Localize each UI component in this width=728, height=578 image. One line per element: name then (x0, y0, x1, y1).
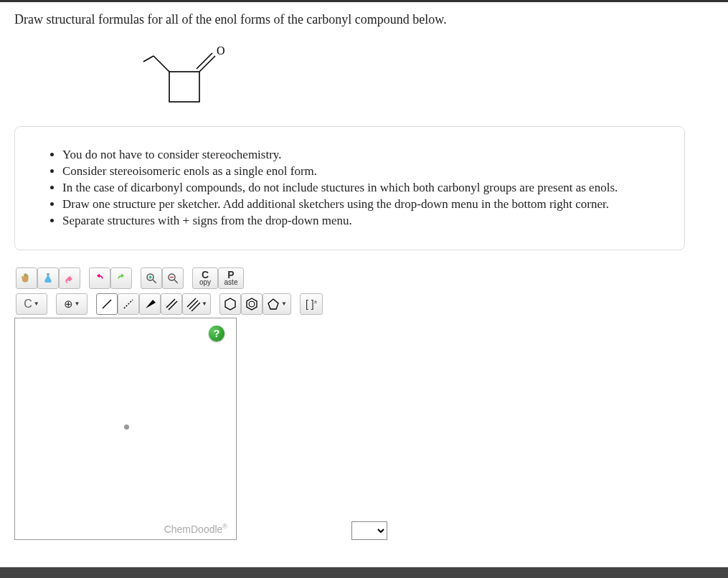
instructions-list: You do not have to consider stereochemis… (57, 147, 656, 229)
toolbar-row-1: C opy P aste (14, 266, 714, 290)
redo-tool[interactable] (110, 267, 132, 289)
help-icon: ? (214, 328, 220, 339)
instructions-box: You do not have to consider stereochemis… (14, 126, 685, 250)
svg-marker-15 (146, 300, 156, 308)
sketcher-bottom-row: ? ChemDoodle® (14, 316, 714, 540)
svg-line-4 (143, 56, 153, 62)
zoom-in-icon (145, 272, 158, 285)
svg-line-17 (169, 301, 177, 310)
canvas-origin-dot (124, 425, 129, 430)
eraser-icon (63, 273, 76, 284)
question-text: Draw structural formulas for all of the … (14, 12, 714, 27)
chevron-down-icon: ▼ (202, 300, 207, 307)
double-bond-tool[interactable] (161, 293, 182, 315)
copy-label-small: opy (199, 279, 211, 285)
recessed-bond-tool[interactable] (118, 293, 139, 315)
clear-tool[interactable] (37, 267, 59, 289)
chevron-down-icon: ▼ (281, 300, 287, 307)
dashed-bond-icon (121, 297, 136, 311)
svg-rect-5 (47, 273, 49, 274)
flask-icon (42, 272, 54, 285)
svg-line-20 (192, 303, 200, 311)
instruction-item: Draw one structure per sketcher. Add add… (62, 196, 656, 213)
charge-label: ⊕ (64, 298, 73, 311)
zoom-out-icon (166, 272, 179, 285)
pan-tool[interactable] (16, 267, 37, 289)
hexagon-icon (223, 297, 237, 311)
svg-line-11 (174, 280, 178, 283)
sketcher-widget: C opy P aste C ▼ ⊕ ▼ (14, 266, 714, 540)
instruction-item: Consider stereoisomeric enols as a singl… (62, 164, 656, 180)
svg-line-16 (166, 299, 175, 308)
benzene-tool[interactable] (241, 293, 263, 315)
question-content: Draw structural formulas for all of the … (0, 2, 728, 554)
element-picker[interactable]: C ▼ (16, 293, 47, 315)
undo-tool[interactable] (89, 267, 110, 289)
cyclohexane-tool[interactable] (219, 293, 241, 315)
zoom-in-tool[interactable] (141, 267, 162, 289)
double-bond-icon (164, 297, 179, 311)
ring-picker[interactable]: ▼ (263, 293, 291, 315)
svg-marker-22 (247, 298, 257, 310)
chemdoodle-brand: ChemDoodle® (164, 523, 227, 535)
add-sketcher-dropdown[interactable] (351, 521, 387, 540)
wedge-bond-icon (143, 297, 157, 311)
svg-line-14 (124, 300, 133, 308)
svg-rect-0 (169, 72, 199, 102)
single-bond-tool[interactable] (96, 293, 118, 315)
triple-bond-tool[interactable]: ▼ (182, 293, 211, 315)
svg-line-19 (189, 300, 198, 309)
oxygen-label: O (217, 44, 225, 57)
bracket-icon: [ ]± (306, 298, 317, 310)
redo-icon (115, 273, 128, 283)
pentagon-icon (267, 298, 280, 311)
molecule-structure: O (136, 39, 237, 110)
copy-tool[interactable]: C opy (192, 267, 218, 289)
svg-marker-24 (268, 299, 278, 309)
chevron-down-icon: ▼ (75, 300, 80, 307)
window-footer (0, 567, 728, 578)
charge-picker[interactable]: ⊕ ▼ (56, 293, 88, 315)
wedge-bond-tool[interactable] (139, 293, 161, 315)
instruction-item: In the case of dicarbonyl compounds, do … (62, 180, 656, 196)
help-button[interactable]: ? (209, 326, 224, 341)
erase-tool[interactable] (59, 267, 80, 289)
undo-icon (93, 273, 106, 283)
benzene-icon (245, 297, 259, 311)
svg-line-18 (187, 298, 196, 307)
chevron-down-icon: ▼ (34, 300, 39, 307)
bracket-tool[interactable]: [ ]± (300, 293, 323, 315)
svg-point-23 (249, 301, 255, 307)
toolbar-row-2: C ▼ ⊕ ▼ (14, 292, 714, 316)
sketch-canvas[interactable]: ? ChemDoodle® (14, 318, 237, 540)
svg-line-7 (153, 280, 156, 283)
instruction-item: Separate structures with + signs from th… (62, 213, 656, 229)
element-label: C (24, 298, 32, 311)
instruction-item: You do not have to consider stereochemis… (62, 147, 656, 164)
svg-marker-21 (225, 298, 235, 310)
hand-icon (20, 272, 33, 285)
paste-tool[interactable]: P aste (218, 267, 244, 289)
triple-bond-icon (186, 297, 200, 311)
zoom-out-tool[interactable] (162, 267, 184, 289)
svg-line-13 (103, 300, 111, 308)
svg-line-3 (153, 56, 169, 72)
paste-label-small: aste (224, 279, 238, 285)
single-bond-icon (100, 297, 114, 311)
